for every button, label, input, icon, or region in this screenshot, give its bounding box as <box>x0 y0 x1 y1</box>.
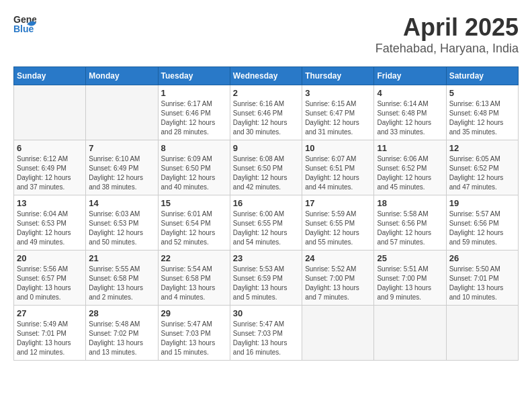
logo-icon: General Blue <box>13 13 36 36</box>
calendar-cell: 4Sunrise: 6:14 AM Sunset: 6:48 PM Daylig… <box>374 85 446 140</box>
title-area: April 2025 Fatehabad, Haryana, India <box>375 13 519 56</box>
calendar-cell: 29Sunrise: 5:47 AM Sunset: 7:03 PM Dayli… <box>158 306 230 361</box>
day-number: 14 <box>89 198 154 208</box>
day-number: 9 <box>233 143 299 153</box>
calendar-week-5: 27Sunrise: 5:49 AM Sunset: 7:01 PM Dayli… <box>14 306 519 361</box>
day-number: 11 <box>377 143 443 153</box>
location-title: Fatehabad, Haryana, India <box>375 42 519 56</box>
day-info: Sunrise: 6:04 AM Sunset: 6:53 PM Dayligh… <box>17 210 83 247</box>
day-info: Sunrise: 6:07 AM Sunset: 6:51 PM Dayligh… <box>305 154 371 192</box>
calendar-cell: 9Sunrise: 6:08 AM Sunset: 6:50 PM Daylig… <box>230 140 302 195</box>
day-number: 5 <box>449 88 515 98</box>
calendar-cell: 13Sunrise: 6:04 AM Sunset: 6:53 PM Dayli… <box>14 195 86 250</box>
day-number: 25 <box>377 253 443 263</box>
day-number: 10 <box>305 143 371 153</box>
calendar-cell <box>374 306 446 361</box>
weekday-header-tuesday: Tuesday <box>158 67 230 85</box>
day-number: 6 <box>17 143 83 153</box>
calendar-week-2: 6Sunrise: 6:12 AM Sunset: 6:49 PM Daylig… <box>14 140 519 195</box>
calendar-cell: 27Sunrise: 5:49 AM Sunset: 7:01 PM Dayli… <box>14 306 86 361</box>
calendar-cell <box>446 306 518 361</box>
weekday-header-sunday: Sunday <box>14 67 86 85</box>
calendar-cell: 20Sunrise: 5:56 AM Sunset: 6:57 PM Dayli… <box>14 250 86 306</box>
day-number: 20 <box>17 253 83 263</box>
calendar-cell: 30Sunrise: 5:47 AM Sunset: 7:03 PM Dayli… <box>230 306 302 361</box>
day-info: Sunrise: 6:10 AM Sunset: 6:49 PM Dayligh… <box>89 154 154 192</box>
weekday-header-wednesday: Wednesday <box>230 67 302 85</box>
day-number: 22 <box>161 253 227 263</box>
day-info: Sunrise: 6:17 AM Sunset: 6:46 PM Dayligh… <box>161 99 227 137</box>
svg-text:Blue: Blue <box>13 24 34 34</box>
page-header: General Blue April 2025 Fatehabad, Harya… <box>13 13 519 56</box>
weekday-header-thursday: Thursday <box>302 67 374 85</box>
day-number: 24 <box>305 253 371 263</box>
calendar-cell <box>302 306 374 361</box>
calendar-cell: 23Sunrise: 5:53 AM Sunset: 6:59 PM Dayli… <box>230 250 302 306</box>
calendar-week-1: 1Sunrise: 6:17 AM Sunset: 6:46 PM Daylig… <box>14 85 519 140</box>
calendar-cell: 7Sunrise: 6:10 AM Sunset: 6:49 PM Daylig… <box>86 140 158 195</box>
day-info: Sunrise: 6:03 AM Sunset: 6:53 PM Dayligh… <box>89 210 154 247</box>
day-info: Sunrise: 6:16 AM Sunset: 6:46 PM Dayligh… <box>233 99 299 137</box>
day-number: 26 <box>449 253 515 263</box>
day-number: 23 <box>233 253 299 263</box>
day-number: 13 <box>17 198 83 208</box>
day-number: 2 <box>233 88 299 98</box>
month-title: April 2025 <box>375 13 519 42</box>
day-info: Sunrise: 5:58 AM Sunset: 6:56 PM Dayligh… <box>377 210 443 247</box>
day-number: 18 <box>377 198 443 208</box>
day-info: Sunrise: 5:49 AM Sunset: 7:01 PM Dayligh… <box>17 320 83 357</box>
calendar-cell: 2Sunrise: 6:16 AM Sunset: 6:46 PM Daylig… <box>230 85 302 140</box>
day-number: 30 <box>233 308 299 318</box>
day-info: Sunrise: 5:55 AM Sunset: 6:58 PM Dayligh… <box>89 265 154 302</box>
day-number: 8 <box>161 143 227 153</box>
day-number: 4 <box>377 88 443 98</box>
day-info: Sunrise: 5:51 AM Sunset: 7:00 PM Dayligh… <box>377 265 443 302</box>
calendar-week-3: 13Sunrise: 6:04 AM Sunset: 6:53 PM Dayli… <box>14 195 519 250</box>
day-info: Sunrise: 6:09 AM Sunset: 6:50 PM Dayligh… <box>161 154 227 192</box>
calendar-cell: 21Sunrise: 5:55 AM Sunset: 6:58 PM Dayli… <box>86 250 158 306</box>
day-number: 16 <box>233 198 299 208</box>
day-info: Sunrise: 6:13 AM Sunset: 6:48 PM Dayligh… <box>449 99 515 137</box>
calendar-cell: 1Sunrise: 6:17 AM Sunset: 6:46 PM Daylig… <box>158 85 230 140</box>
calendar-cell: 26Sunrise: 5:50 AM Sunset: 7:01 PM Dayli… <box>446 250 518 306</box>
calendar-cell: 5Sunrise: 6:13 AM Sunset: 6:48 PM Daylig… <box>446 85 518 140</box>
day-info: Sunrise: 5:50 AM Sunset: 7:01 PM Dayligh… <box>449 265 515 302</box>
logo: General Blue <box>13 13 36 36</box>
day-info: Sunrise: 5:56 AM Sunset: 6:57 PM Dayligh… <box>17 265 83 302</box>
day-number: 27 <box>17 308 83 318</box>
day-info: Sunrise: 6:05 AM Sunset: 6:52 PM Dayligh… <box>449 154 515 192</box>
calendar-table: SundayMondayTuesdayWednesdayThursdayFrid… <box>13 66 519 361</box>
calendar-cell: 18Sunrise: 5:58 AM Sunset: 6:56 PM Dayli… <box>374 195 446 250</box>
day-info: Sunrise: 5:47 AM Sunset: 7:03 PM Dayligh… <box>233 320 299 357</box>
calendar-cell: 17Sunrise: 5:59 AM Sunset: 6:55 PM Dayli… <box>302 195 374 250</box>
day-number: 15 <box>161 198 227 208</box>
calendar-cell: 25Sunrise: 5:51 AM Sunset: 7:00 PM Dayli… <box>374 250 446 306</box>
calendar-cell: 16Sunrise: 6:00 AM Sunset: 6:55 PM Dayli… <box>230 195 302 250</box>
weekday-header-saturday: Saturday <box>446 67 518 85</box>
day-info: Sunrise: 5:59 AM Sunset: 6:55 PM Dayligh… <box>305 210 371 247</box>
day-info: Sunrise: 6:01 AM Sunset: 6:54 PM Dayligh… <box>161 210 227 247</box>
day-info: Sunrise: 5:57 AM Sunset: 6:56 PM Dayligh… <box>449 210 515 247</box>
calendar-cell: 22Sunrise: 5:54 AM Sunset: 6:58 PM Dayli… <box>158 250 230 306</box>
day-number: 28 <box>89 308 154 318</box>
weekday-header-friday: Friday <box>374 67 446 85</box>
day-number: 17 <box>305 198 371 208</box>
calendar-cell: 10Sunrise: 6:07 AM Sunset: 6:51 PM Dayli… <box>302 140 374 195</box>
calendar-cell <box>14 85 86 140</box>
calendar-cell: 8Sunrise: 6:09 AM Sunset: 6:50 PM Daylig… <box>158 140 230 195</box>
day-info: Sunrise: 6:08 AM Sunset: 6:50 PM Dayligh… <box>233 154 299 192</box>
day-info: Sunrise: 6:06 AM Sunset: 6:52 PM Dayligh… <box>377 154 443 192</box>
day-number: 3 <box>305 88 371 98</box>
calendar-week-4: 20Sunrise: 5:56 AM Sunset: 6:57 PM Dayli… <box>14 250 519 306</box>
day-number: 21 <box>89 253 154 263</box>
calendar-cell: 3Sunrise: 6:15 AM Sunset: 6:47 PM Daylig… <box>302 85 374 140</box>
day-info: Sunrise: 6:12 AM Sunset: 6:49 PM Dayligh… <box>17 154 83 192</box>
day-info: Sunrise: 5:54 AM Sunset: 6:58 PM Dayligh… <box>161 265 227 302</box>
day-info: Sunrise: 5:47 AM Sunset: 7:03 PM Dayligh… <box>161 320 227 357</box>
calendar-cell: 12Sunrise: 6:05 AM Sunset: 6:52 PM Dayli… <box>446 140 518 195</box>
day-info: Sunrise: 6:14 AM Sunset: 6:48 PM Dayligh… <box>377 99 443 137</box>
day-info: Sunrise: 5:53 AM Sunset: 6:59 PM Dayligh… <box>233 265 299 302</box>
day-number: 19 <box>449 198 515 208</box>
calendar-cell <box>86 85 158 140</box>
weekday-header-row: SundayMondayTuesdayWednesdayThursdayFrid… <box>14 67 519 85</box>
